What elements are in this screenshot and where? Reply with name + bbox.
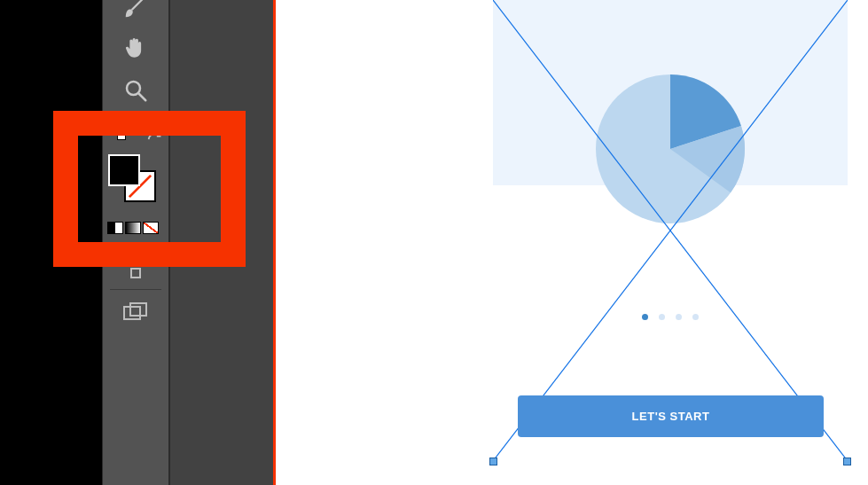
page-dot-3[interactable] xyxy=(676,314,682,320)
color-mode-none[interactable] xyxy=(143,222,159,234)
fill-stroke-swatch[interactable] xyxy=(106,153,160,206)
default-colors-button[interactable] xyxy=(112,126,128,142)
lets-start-label: LET'S START xyxy=(632,410,710,423)
zoom-tool[interactable] xyxy=(103,73,168,108)
page-dot-2[interactable] xyxy=(659,314,665,320)
svg-rect-3 xyxy=(124,307,140,319)
tool-divider xyxy=(110,115,161,116)
swap-icon xyxy=(145,131,165,151)
selection-handle-bl[interactable] xyxy=(489,458,497,465)
color-mode-row xyxy=(107,222,159,234)
tool-divider-3 xyxy=(110,289,161,290)
guide-line xyxy=(273,0,276,485)
magnifier-icon xyxy=(122,77,149,104)
svg-point-0 xyxy=(127,82,140,95)
screen-icon xyxy=(123,302,148,322)
page-dot-4[interactable] xyxy=(692,314,699,320)
left-empty-panel xyxy=(0,0,102,485)
draw-mode-button[interactable] xyxy=(102,257,169,289)
fill-swatch[interactable] xyxy=(108,154,140,186)
color-mode-solid[interactable] xyxy=(107,222,123,234)
options-panel xyxy=(169,0,275,485)
mini-swatch-front xyxy=(112,126,121,135)
swap-colors-button[interactable] xyxy=(145,131,165,154)
svg-line-1 xyxy=(139,94,146,101)
square-icon xyxy=(130,268,141,278)
color-mode-gradient[interactable] xyxy=(125,222,141,234)
svg-rect-4 xyxy=(130,303,146,316)
page-indicator xyxy=(493,314,848,320)
brush-icon xyxy=(122,0,149,20)
lets-start-button[interactable]: LET'S START xyxy=(518,395,824,437)
screen-mode-button[interactable] xyxy=(102,294,169,330)
hand-icon xyxy=(121,34,150,62)
tool-divider-2 xyxy=(110,246,161,247)
pie-chart xyxy=(595,74,746,224)
selection-handle-br[interactable] xyxy=(843,458,851,465)
page-dot-1[interactable] xyxy=(642,314,648,320)
brush-tool[interactable] xyxy=(103,0,168,25)
tools-panel xyxy=(102,0,169,485)
hand-tool[interactable] xyxy=(103,30,168,66)
